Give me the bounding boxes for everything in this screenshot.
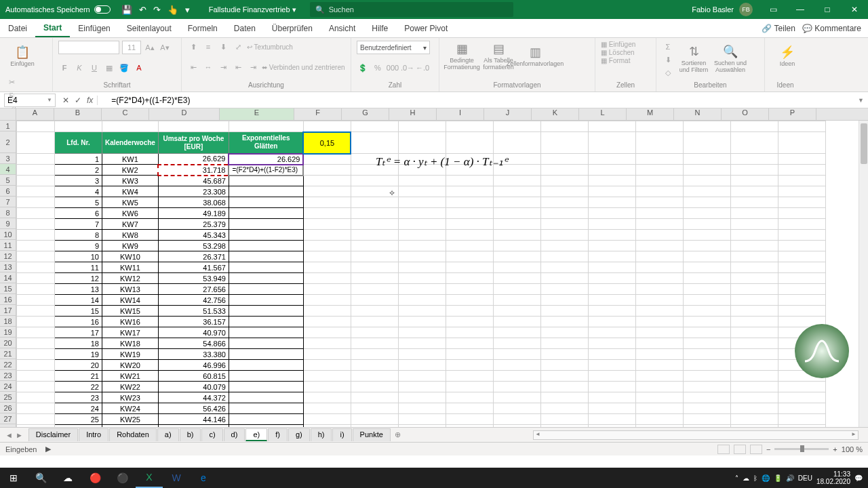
cell-N27[interactable] [683,414,730,425]
cell-K12[interactable] [540,251,588,262]
cell-J15[interactable] [493,284,540,295]
cell-I15[interactable] [446,284,493,295]
cell-H25[interactable] [398,392,446,403]
chrome-icon[interactable]: 🔴 [81,468,108,488]
paste-button[interactable]: 📋Einfügen [5,41,39,73]
cell-J6[interactable] [493,186,540,197]
cell-C26[interactable]: KW24 [102,403,159,414]
cell-I28[interactable] [446,425,493,428]
cell-K28[interactable] [540,425,588,428]
cell-J2[interactable] [493,132,540,154]
cell-O17[interactable] [730,306,778,317]
cell-E3[interactable]: 26.629 [229,154,303,165]
cell-J17[interactable] [493,306,540,317]
cell-P10[interactable] [778,230,825,241]
cell-A14[interactable] [17,273,55,284]
cell-H19[interactable] [398,327,446,338]
cell-E19[interactable] [229,327,303,338]
sheet-tab-i[interactable]: i) [332,428,351,441]
cell-H23[interactable] [398,371,446,382]
cell-P12[interactable] [778,251,825,262]
cell-P15[interactable] [778,284,825,295]
conditional-format-button[interactable]: ▦Bedingte Formatierung [445,41,479,73]
cell-K3[interactable] [540,154,588,165]
cell-B12[interactable]: 10 [55,251,102,262]
sheet-tab-d[interactable]: d) [224,428,245,441]
cell-P26[interactable] [778,403,825,414]
row-header-7[interactable]: 7 [0,197,16,207]
cell-A5[interactable] [17,176,55,186]
tray-overflow-icon[interactable]: ˄ [735,474,738,482]
cell-O2[interactable] [730,132,778,154]
cell-K22[interactable] [540,360,588,371]
cell-N26[interactable] [683,403,730,414]
zoom-slider[interactable] [774,448,829,450]
share-button[interactable]: 🔗 Teilen [762,24,795,33]
row-header-10[interactable]: 10 [0,229,16,240]
cell-A20[interactable] [17,338,55,349]
obs-icon[interactable]: ⚫ [108,468,136,488]
cell-N23[interactable] [683,371,730,382]
cell-K6[interactable] [540,186,588,197]
cell-E10[interactable] [229,230,303,241]
cell-H28[interactable] [398,425,446,428]
wrap-text-button[interactable]: ↩ Textumbruch [247,43,293,51]
cell-C11[interactable]: KW9 [102,241,159,251]
sort-filter-button[interactable]: ⇅Sortieren und Filtern [677,43,711,76]
cell-O11[interactable] [730,241,778,251]
cell-J14[interactable] [493,273,540,284]
cell-F9[interactable] [303,219,351,230]
row-header-20[interactable]: 20 [0,338,16,348]
cell-H1[interactable] [398,121,446,132]
row-header-26[interactable]: 26 [0,403,16,413]
cell-J12[interactable] [493,251,540,262]
cell-A10[interactable] [17,230,55,241]
cell-K24[interactable] [540,382,588,392]
cell-D25[interactable]: 44.372 [158,392,229,403]
cell-G25[interactable] [351,392,398,403]
cell-N1[interactable] [683,121,730,132]
column-header-D[interactable]: D [149,108,220,120]
cell-M20[interactable] [635,338,683,349]
cell-E21[interactable] [229,349,303,360]
cell-A2[interactable] [17,132,55,154]
cell-L26[interactable] [588,403,635,414]
column-header-G[interactable]: G [342,108,389,120]
cell-D17[interactable]: 51.533 [158,306,229,317]
cell-P1[interactable] [778,121,825,132]
cell-B19[interactable]: 17 [55,327,102,338]
cell-C5[interactable]: KW3 [102,176,159,186]
thousands-icon[interactable]: 000 [387,62,399,74]
ribbon-options-icon[interactable]: ▭ [760,0,787,19]
column-header-K[interactable]: K [532,108,579,120]
cell-F6[interactable] [303,186,351,197]
cell-L23[interactable] [588,371,635,382]
row-header-9[interactable]: 9 [0,218,16,229]
cell-I27[interactable] [446,414,493,425]
cell-C8[interactable]: KW6 [102,208,159,219]
cell-E23[interactable] [229,371,303,382]
cell-L11[interactable] [588,241,635,251]
cell-J19[interactable] [493,327,540,338]
cell-N11[interactable] [683,241,730,251]
cell-M28[interactable] [635,425,683,428]
cell-J5[interactable] [493,176,540,186]
percent-icon[interactable]: % [372,62,384,74]
word-taskbar-icon[interactable]: W [163,468,190,488]
cell-F15[interactable] [303,284,351,295]
cell-G12[interactable] [351,251,398,262]
cell-N10[interactable] [683,230,730,241]
row-header-8[interactable]: 8 [0,207,16,218]
cell-K15[interactable] [540,284,588,295]
row-header-13[interactable]: 13 [0,262,16,272]
italic-icon[interactable]: K [73,62,85,74]
cell-M7[interactable] [635,197,683,208]
cell-N7[interactable] [683,197,730,208]
cell-M18[interactable] [635,317,683,327]
cell-O16[interactable] [730,295,778,306]
cell-D11[interactable]: 53.298 [158,241,229,251]
maximize-icon[interactable]: □ [814,0,841,19]
cell-E7[interactable] [229,197,303,208]
column-header-L[interactable]: L [579,108,627,120]
ribbon-tab-ansicht[interactable]: Ansicht [321,19,363,37]
